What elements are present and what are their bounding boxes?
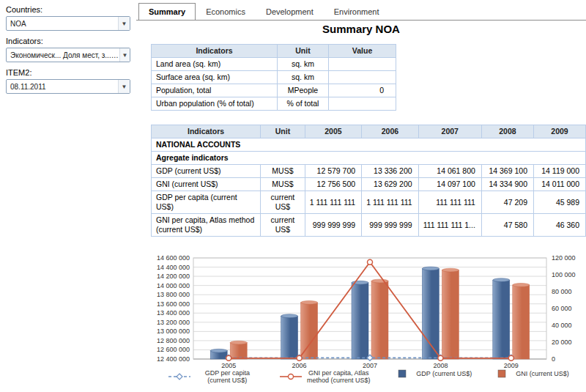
chart-bar-top [301, 300, 318, 304]
year-value-cell: 14 119 000 [533, 165, 585, 178]
value-table: IndicatorsUnitValueLand area (sq. km)sq.… [151, 44, 396, 111]
chart-bar-top [493, 278, 510, 282]
legend-label: GNI (current US$) [516, 370, 569, 377]
indicator-cell: GNI (current US$) [152, 178, 261, 191]
item2-dropdown[interactable]: 08.11.2011 ▼ [6, 79, 130, 94]
value-cell: 0 [329, 84, 396, 97]
year-value-cell: 47 580 [481, 214, 533, 237]
left-axis-tick-label: 12 600 000 [157, 346, 190, 353]
section-label: NATIONAL ACCOUNTS [152, 138, 586, 152]
item2-label: ITEM2: [6, 68, 130, 77]
left-axis-tick-label: 13 000 000 [157, 328, 190, 335]
legend-label: GNI per capita, Atlas method (current US… [305, 369, 372, 384]
column-header: Unit [278, 45, 329, 58]
year-value-cell: 14 334 900 [481, 178, 533, 191]
left-axis-tick-label: 13 600 000 [157, 300, 190, 308]
right-axis-tick-label: 120 000 [552, 254, 576, 262]
column-header: Value [329, 45, 396, 58]
left-axis-tick-label: 13 800 000 [157, 291, 190, 298]
unit-cell: MUS$ [261, 178, 305, 191]
right-axis-tick-label: 40 000 [552, 322, 572, 329]
year-value-cell: 1 111 111 111 [305, 191, 361, 214]
legend-gni: GNI (current US$) [491, 369, 569, 378]
table-row: GDP per capita (current US$)current US$1… [152, 191, 586, 214]
legend-gni-per-capita-marker [280, 372, 302, 381]
year-value-cell: 999 999 999 [362, 214, 418, 237]
legend-gni-marker [491, 369, 513, 378]
unit-cell: current US$ [261, 214, 305, 237]
circle-marker-icon [438, 355, 443, 360]
chart-plot: 12 400 00012 600 00012 800 00013 000 000… [151, 252, 586, 371]
unit-cell: sq. km [278, 71, 329, 84]
left-axis-tick-label: 12 800 000 [157, 337, 190, 344]
value-cell [329, 97, 396, 111]
table-row: GNI per capita, Atlas method (current US… [152, 214, 586, 237]
unit-cell: % of total [278, 97, 329, 111]
tab-strip: SummaryEconomicsDevelopmentEnvironment [136, 2, 586, 21]
unit-cell: MPeople [278, 84, 329, 97]
legend-gni-per-capita: GNI per capita, Atlas method (current US… [280, 369, 372, 384]
tab-environment[interactable]: Environment [324, 3, 390, 20]
table-row: Surface area (sq. km)sq. km [152, 71, 396, 84]
table-row: GDP (current US$)MUS$12 579 70013 336 20… [152, 165, 586, 178]
chevron-down-icon: ▼ [119, 48, 130, 62]
table-row: Land area (sq. km)sq. km [152, 58, 396, 71]
chart-bar-top [210, 349, 227, 352]
countries-label: Countries: [6, 5, 130, 14]
circle-marker-icon [297, 355, 302, 360]
indicators-dropdown[interactable]: Экономическ... Доля мест, з... (1374) ▼ [6, 48, 130, 62]
legend-label: GDP per capita (current US$) [193, 369, 261, 384]
chart-bar [513, 285, 530, 359]
right-axis-tick-label: 60 000 [552, 305, 572, 312]
unit-cell: sq. km [278, 58, 329, 71]
column-header: Indicators [152, 125, 261, 138]
countries-value: NOA [10, 20, 26, 28]
year-value-cell: 14 097 100 [418, 178, 481, 191]
left-axis-tick-label: 12 400 000 [157, 355, 190, 363]
table-row: Agregate indicators [152, 152, 586, 165]
tab-summary[interactable]: Summary [138, 3, 196, 20]
column-header: 2006 [362, 125, 418, 138]
right-axis-tick-label: 100 000 [552, 271, 576, 278]
sidebar: Countries: NOA ▼ Indicators: Экономическ… [0, 0, 136, 392]
year-value-cell: 14 369 100 [481, 165, 533, 178]
indicators-value: Экономическ... Доля мест, з... (1374) [10, 51, 119, 59]
circle-marker-icon [226, 355, 231, 360]
right-axis-tick-label: 80 000 [552, 288, 572, 295]
chart-bar-top [371, 279, 388, 283]
value-cell [329, 71, 396, 84]
section-label: Agregate indicators [152, 152, 586, 165]
tab-economics[interactable]: Economics [196, 3, 256, 20]
chart-legend: GDP per capita (current US$)GNI per capi… [151, 369, 586, 384]
year-value-cell: 999 999 999 [305, 214, 361, 237]
chart-bar [371, 281, 388, 359]
chart-svg: 12 400 00012 600 00012 800 00013 000 000… [151, 252, 586, 369]
column-header: 2008 [481, 125, 533, 138]
legend-gdp-per-capita-marker [168, 372, 190, 381]
tab-development[interactable]: Development [256, 3, 324, 20]
value-cell [329, 58, 396, 71]
x-axis-tick-label: 2006 [292, 362, 307, 369]
x-axis-tick-label: 2009 [504, 362, 519, 369]
indicator-cell: Urban population (% of total) [152, 97, 278, 111]
right-axis-tick-label: 20 000 [552, 339, 572, 346]
x-axis-tick-label: 2005 [221, 362, 236, 369]
table-row: NATIONAL ACCOUNTS [152, 138, 586, 152]
unit-cell: current US$ [261, 191, 305, 214]
chart-bar [281, 316, 298, 359]
year-value-cell: 46 360 [533, 214, 585, 237]
column-header: 2005 [305, 125, 361, 138]
year-value-cell: 47 209 [481, 191, 533, 214]
chevron-down-icon: ▼ [118, 80, 130, 93]
legend-label: GDP (current US$) [416, 370, 472, 377]
chart-bar-top [230, 341, 247, 344]
legend-gdp: GDP (current US$) [391, 369, 472, 378]
column-header: Unit [261, 125, 305, 138]
chevron-down-icon: ▼ [118, 17, 130, 30]
chart-bar [301, 303, 318, 359]
year-value-cell: 14 061 800 [418, 165, 481, 178]
table-row: GNI (current US$)MUS$12 756 50013 629 20… [152, 178, 586, 191]
countries-dropdown[interactable]: NOA ▼ [6, 16, 130, 31]
left-axis-tick-label: 14 200 000 [157, 273, 190, 280]
left-axis-tick-label: 13 400 000 [157, 309, 190, 317]
